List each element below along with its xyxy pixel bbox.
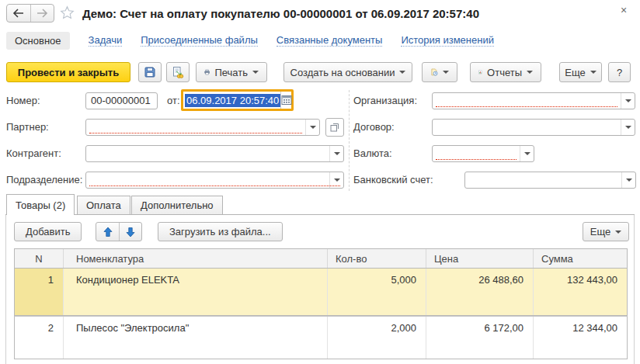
price-cell[interactable]: 6 172,00 (426, 317, 533, 359)
partner-open-button[interactable] (325, 118, 344, 137)
bank-account-label: Банковский счет: (353, 174, 433, 185)
nomenclature-cell[interactable]: Кондиционер ELEKTA (63, 269, 327, 315)
row-number-cell[interactable]: 2 (15, 317, 63, 359)
tab-payment[interactable]: Оплата (77, 196, 130, 214)
forward-button[interactable] (30, 5, 54, 22)
chevron-down-icon (527, 71, 533, 74)
save-button[interactable] (138, 62, 162, 82)
close-icon[interactable]: × (621, 5, 627, 16)
back-arrow-icon (12, 9, 25, 18)
post-document-button[interactable] (166, 62, 190, 82)
chevron-down-icon (625, 99, 631, 102)
column-header-price: Цена (426, 249, 533, 268)
chevron-down-icon (615, 231, 621, 234)
counterparty-combobox[interactable] (85, 145, 344, 162)
department-dropdown-button[interactable] (329, 172, 343, 188)
tab-additional[interactable]: Дополнительно (131, 196, 223, 214)
forward-arrow-icon (36, 9, 48, 18)
page-title: Демо: Счет на оплату покупателю 00-00000… (82, 7, 479, 20)
items-more-button[interactable]: Еще (583, 222, 629, 241)
history-nav-group (6, 4, 54, 23)
printer-icon (204, 66, 210, 78)
help-button[interactable]: ? (608, 62, 631, 82)
table-row[interactable]: 1 Кондиционер ELEKTA 5,000 26 488,60 132… (14, 269, 628, 316)
date-label: от: (167, 95, 180, 106)
date-input[interactable]: 06.09.2017 20:57:40 (181, 89, 294, 111)
move-row-up-button[interactable] (96, 223, 119, 241)
currency-label: Валюта: (353, 147, 392, 159)
table-row[interactable]: 2 Пылесос "Электросила" 2,000 6 172,00 1… (14, 316, 628, 359)
price-cell[interactable]: 26 488,60 (426, 269, 533, 315)
reminder-button[interactable] (422, 62, 457, 82)
organization-combobox[interactable] (432, 92, 635, 109)
column-header-n: N (15, 249, 63, 268)
partner-label: Партнер: (6, 121, 49, 133)
items-table-header: N Номенклатура Кол-во Цена Сумма (14, 248, 628, 269)
chevron-down-icon (252, 71, 259, 74)
column-header-nomenclature: Номенклатура (63, 249, 327, 268)
chevron-down-icon (334, 152, 340, 155)
move-row-down-button[interactable] (119, 223, 141, 241)
quantity-cell[interactable]: 2,000 (327, 317, 426, 359)
contract-label: Договор: (353, 121, 395, 133)
items-table: N Номенклатура Кол-во Цена Сумма 1 Конди… (14, 248, 628, 359)
reports-button[interactable]: Отчеты (470, 62, 541, 82)
open-in-window-icon (329, 122, 340, 133)
chevron-down-icon (310, 126, 316, 129)
favorite-star-icon[interactable] (60, 5, 75, 20)
report-chart-icon (478, 66, 482, 78)
bank-account-dropdown-button[interactable] (621, 172, 635, 188)
date-selected-text: 06.09.2017 20:57:40 (185, 94, 280, 107)
number-label: Номер: (6, 95, 40, 106)
document-clock-icon (430, 66, 438, 78)
arrow-up-icon (103, 227, 113, 237)
partner-combobox[interactable] (85, 119, 320, 136)
invoice-form-window: Демо: Счет на оплату покупателю 00-00000… (0, 0, 640, 364)
nav-item-tasks[interactable]: Задачи (89, 34, 123, 47)
number-input[interactable]: 00-00000001 (85, 92, 158, 109)
post-and-close-button[interactable]: Провести и закрыть (6, 62, 130, 82)
load-from-file-button[interactable]: Загрузить из файла... (158, 222, 283, 241)
department-label: Подразделение: (6, 174, 82, 185)
move-row-group (96, 222, 142, 241)
nav-item-related-documents[interactable]: Связанные документы (277, 34, 383, 47)
contract-dropdown-button[interactable] (621, 120, 635, 135)
calendar-icon (281, 95, 292, 106)
create-based-on-button[interactable]: Создать на основании (283, 62, 412, 82)
nav-item-change-history[interactable]: История изменений (401, 34, 494, 47)
print-button[interactable]: Печать (196, 62, 267, 82)
counterparty-dropdown-button[interactable] (329, 146, 343, 161)
currency-dropdown-button[interactable] (520, 146, 534, 161)
more-button[interactable]: Еще (559, 62, 602, 82)
bank-account-combobox[interactable] (464, 172, 636, 189)
nomenclature-cell[interactable]: Пылесос "Электросила" (63, 317, 327, 359)
save-icon (144, 66, 156, 78)
chevron-down-icon (443, 71, 449, 74)
chevron-down-icon (524, 152, 530, 155)
sum-cell[interactable]: 132 443,00 (533, 269, 627, 315)
partner-dropdown-button[interactable] (305, 120, 319, 135)
department-combobox[interactable] (85, 172, 344, 189)
nav-item-attached-files[interactable]: Присоединенные файлы (141, 34, 258, 47)
row-number-cell[interactable]: 1 (15, 269, 63, 315)
nav-item-main[interactable]: Основное (6, 32, 70, 50)
currency-combobox[interactable] (432, 145, 534, 162)
sum-cell[interactable]: 12 344,00 (533, 317, 627, 359)
back-button[interactable] (7, 5, 30, 22)
chevron-down-icon (625, 126, 631, 129)
chevron-down-icon (626, 179, 632, 182)
organization-dropdown-button[interactable] (621, 93, 635, 109)
column-header-quantity: Кол-во (327, 249, 426, 268)
column-separator (349, 90, 350, 191)
calendar-picker-button[interactable] (280, 92, 292, 109)
add-row-button[interactable]: Добавить (14, 222, 82, 241)
column-header-sum: Сумма (533, 249, 627, 268)
contract-combobox[interactable] (432, 119, 635, 136)
post-document-icon (172, 66, 184, 78)
chevron-down-icon (399, 71, 405, 74)
quantity-cell[interactable]: 5,000 (327, 269, 426, 315)
chevron-down-icon (590, 71, 597, 74)
counterparty-label: Контрагент: (6, 147, 61, 159)
tab-goods[interactable]: Товары (2) (6, 194, 75, 215)
organization-label: Организация: (353, 95, 417, 106)
